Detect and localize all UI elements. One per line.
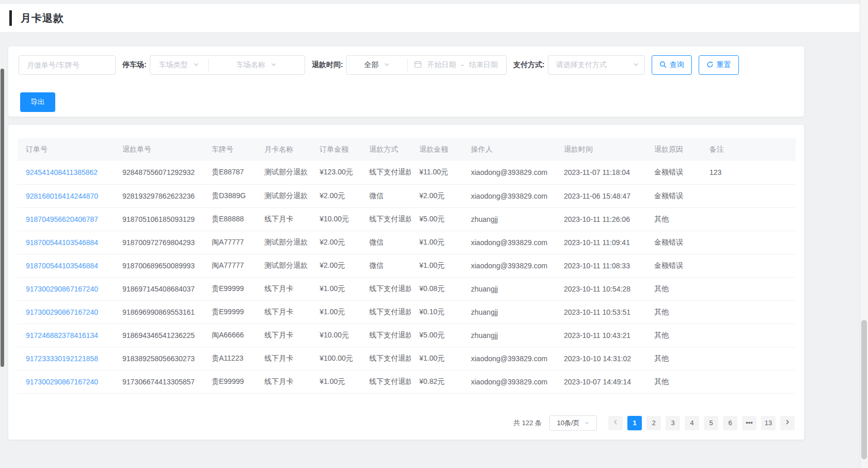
table-body: 924541408411385862928487556071292932贵E88… (18, 161, 796, 393)
table-cell: 微信 (361, 231, 411, 254)
table-cell: ¥1.00元 (311, 277, 361, 300)
order-number-link[interactable]: 918700544103546884 (18, 254, 114, 277)
table-row: 918704956620406787918705106185093129贵E88… (18, 207, 796, 231)
table-cell: 线下月卡 (256, 300, 311, 324)
parking-type-select[interactable]: 车场类型 (150, 56, 208, 74)
table-cell: xiaodong@393829.com (463, 347, 556, 370)
table-cell: xiaodong@393829.com (463, 370, 556, 393)
page-size-select[interactable]: 10条/页 (549, 415, 597, 431)
order-number-link[interactable]: 917300290867167240 (18, 370, 114, 393)
table-cell: 其他 (646, 300, 701, 324)
table-cell: 金额错误 (646, 254, 701, 277)
table-cell: 线下支付退款 (361, 347, 411, 370)
column-header: 退款单号 (114, 138, 203, 161)
keyword-input[interactable] (19, 55, 116, 75)
filter-row: 停车场: 车场类型 车场名称 退款时间: (19, 55, 794, 75)
table-cell: 928193297862623236 (114, 184, 203, 207)
reset-button[interactable]: 重置 (699, 55, 739, 75)
page-button-5[interactable]: 5 (704, 416, 718, 430)
chevron-down-icon (193, 60, 199, 70)
table-cell: 金额错误 (646, 161, 701, 184)
table-cell (701, 324, 796, 347)
table-cell (701, 254, 796, 277)
parking-name-select[interactable]: 车场名称 (209, 56, 305, 74)
pagination-total: 共 122 条 (513, 418, 542, 428)
refund-time-label: 退款时间: (312, 60, 343, 70)
table-cell: ¥1.00元 (411, 231, 463, 254)
column-header: 月卡名称 (256, 138, 311, 161)
table-cell: ¥100.00元 (311, 347, 361, 370)
column-header: 订单金额 (311, 138, 361, 161)
order-number-link[interactable]: 917300290867167240 (18, 300, 114, 324)
page-button-6[interactable]: 6 (723, 416, 737, 430)
table-cell: zhuangjj (463, 207, 556, 231)
time-range-value: 全部 (364, 60, 378, 70)
refresh-icon (706, 61, 714, 70)
table-cell: 2023-10-10 14:31:02 (556, 347, 646, 370)
page-button-4[interactable]: 4 (685, 416, 699, 430)
table-cell: 918700972769804293 (114, 231, 203, 254)
table-cell: xiaodong@393829.com (463, 231, 556, 254)
column-header: 操作人 (463, 138, 556, 161)
table-cell: 线下支付退款 (361, 300, 411, 324)
page-size-value: 10条/页 (557, 418, 579, 428)
table-cell: xiaodong@393829.com (463, 184, 556, 207)
table-cell: ¥2.00元 (411, 184, 463, 207)
order-number-link[interactable]: 918704956620406787 (18, 207, 114, 231)
table-row: 928168016414244870928193297862623236贵D38… (18, 184, 796, 207)
table-row: 917300290867167240918697145408684037贵E99… (18, 277, 796, 300)
page-button-1[interactable]: 1 (627, 416, 642, 430)
chevron-down-icon (384, 60, 390, 70)
order-number-link[interactable]: 917300290867167240 (18, 277, 114, 300)
end-date-input[interactable]: 结束日期 (469, 60, 498, 70)
export-button[interactable]: 导出 (20, 92, 55, 112)
table-cell (701, 231, 796, 254)
search-button[interactable]: 查询 (652, 55, 692, 75)
table-row: 917246882378416134918694346541236225闽A66… (18, 324, 796, 347)
page-title: 月卡退款 (21, 11, 64, 25)
table-cell: 2023-11-06 15:48:47 (556, 184, 646, 207)
column-header: 订单号 (18, 138, 114, 161)
start-date-input[interactable]: 开始日期 (427, 60, 456, 70)
table-cell (701, 184, 796, 207)
table-cell: 贵E99999 (203, 370, 256, 393)
title-accent-bar (9, 10, 12, 26)
column-header: 备注 (701, 138, 796, 161)
table-cell: 2023-10-11 10:53:51 (556, 300, 646, 324)
table-cell: 线下月卡 (256, 277, 311, 300)
pay-method-label: 支付方式: (513, 60, 545, 70)
pagination: 共 122 条 10条/页 123456•••13 (18, 415, 795, 431)
order-number-link[interactable]: 917246882378416134 (18, 324, 114, 347)
right-scrollbar-track[interactable] (860, 0, 868, 468)
table-cell: ¥1.00元 (411, 254, 463, 277)
order-number-link[interactable]: 918700544103546884 (18, 231, 114, 254)
table-cell: 贵E99999 (203, 277, 256, 300)
page: 月卡退款 停车场: 车场类型 车场名称 (0, 0, 868, 468)
left-scrollbar-thumb[interactable] (1, 69, 4, 367)
page-button-3[interactable]: 3 (666, 416, 680, 430)
chevron-left-icon (612, 419, 619, 427)
column-header: 退款方式 (361, 138, 411, 161)
table-row: 917300290867167240917306674413305857贵E99… (18, 370, 796, 393)
table-cell (701, 277, 796, 300)
table-cell: ¥0.10元 (411, 300, 463, 324)
right-scrollbar-thumb[interactable] (861, 320, 867, 459)
order-number-link[interactable]: 924541408411385862 (18, 161, 114, 184)
page-button-2[interactable]: 2 (646, 416, 661, 430)
pay-method-select[interactable]: 请选择支付方式 (548, 55, 645, 75)
refund-time-group: 全部 开始日期 - 结束日期 (346, 55, 507, 75)
next-page-button[interactable] (780, 416, 795, 430)
time-range-select[interactable]: 全部 (346, 56, 407, 74)
page-button-13[interactable]: 13 (761, 416, 776, 430)
table-cell: 贵E88787 (203, 161, 256, 184)
table-cell: 918696990869553161 (114, 300, 203, 324)
order-number-link[interactable]: 928168016414244870 (18, 184, 114, 207)
table-cell: zhuangjj (463, 300, 556, 324)
more-pages-button[interactable]: ••• (742, 416, 756, 430)
order-number-link[interactable]: 917233330192121858 (18, 347, 114, 370)
table-cell: 贵E88888 (203, 207, 256, 231)
table-cell: ¥1.00元 (311, 370, 361, 393)
table-cell: 928487556071292932 (114, 161, 203, 184)
prev-page-button[interactable] (608, 416, 623, 430)
table-cell: 918705106185093129 (114, 207, 203, 231)
